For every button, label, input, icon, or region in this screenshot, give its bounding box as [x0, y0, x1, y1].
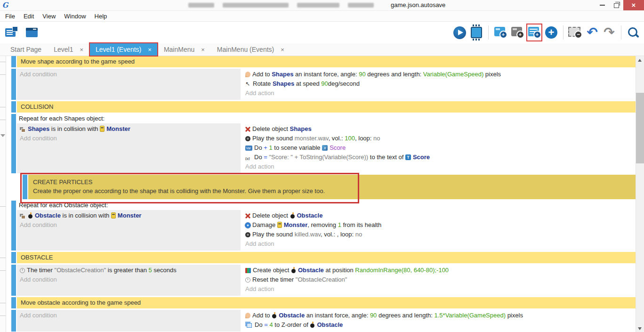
tab-start-page[interactable]: Start Page	[5, 43, 47, 56]
text-segment: Score	[330, 144, 346, 151]
comment-title: Move obstacle according to the game spee…	[21, 299, 632, 307]
event-body: The timer "ObstacleCreation" is greater …	[17, 265, 636, 296]
condition-line[interactable]: Shapes is in collision with Monster	[17, 124, 241, 134]
comment-content[interactable]: COLLISION	[17, 101, 636, 113]
add-more-button[interactable]	[544, 24, 558, 40]
text-segment: no	[355, 231, 362, 238]
tab-level1-events-[interactable]: Level1 (Events)	[90, 43, 157, 56]
menu-file[interactable]: File	[1, 11, 19, 21]
add-object-event-button[interactable]	[493, 24, 507, 40]
gutter-tick	[0, 120, 6, 120]
event-selection-bar	[11, 201, 16, 251]
add-condition-link[interactable]: Add condition	[17, 220, 241, 230]
minimize-button[interactable]	[595, 0, 609, 10]
add-subevent-button[interactable]	[510, 24, 524, 40]
conditions-cell: Shapes is in collision with MonsterAdd c…	[17, 123, 241, 173]
vertical-scrollbar	[636, 56, 644, 332]
text-segment: Variable(GameSpeed)	[423, 71, 483, 78]
text-segment: an instant force, angle:	[293, 71, 359, 78]
add-action-link[interactable]: Add action	[242, 162, 636, 171]
close-button[interactable]	[623, 0, 644, 10]
tab-label: Level1 (Events)	[96, 46, 141, 53]
action-line[interactable]: Play the sound monster.wav, vol.: 100, l…	[242, 134, 636, 143]
action-line[interactable]: Create object Obstacle at position Rando…	[242, 266, 636, 275]
add-action-link[interactable]: Add action	[242, 239, 636, 249]
gutter-tick	[0, 206, 6, 207]
collision-icon	[20, 127, 25, 132]
tab-mainmenu[interactable]: MainMenu	[158, 43, 210, 56]
close-tab-icon[interactable]	[281, 47, 284, 53]
scrollbar-thumb[interactable]	[636, 93, 644, 163]
action-line[interactable]: Add to Shapes an instant force, angle: 9…	[242, 70, 636, 79]
project-manager-icon	[5, 28, 16, 37]
tab-mainmenu-events-[interactable]: MainMenu (Events)	[211, 43, 290, 56]
close-tab-icon[interactable]	[148, 47, 152, 53]
redo-button[interactable]	[602, 24, 616, 40]
text-segment: 1	[269, 144, 272, 151]
text-segment: pixels	[506, 312, 523, 319]
action-line[interactable]: Rotate Shapes at speed 90deg/second	[242, 79, 636, 89]
comment-content[interactable]: OBSTACLE	[17, 252, 636, 263]
menu-edit[interactable]: Edit	[19, 11, 38, 21]
event-cells: Add conditionAdd to Shapes an instant fo…	[17, 69, 636, 100]
add-subevent-icon	[511, 27, 522, 36]
add-action-link[interactable]: Add action	[242, 89, 636, 98]
add-condition-link[interactable]: Add condition	[17, 134, 241, 143]
menu-window[interactable]: Window	[60, 11, 90, 21]
delete-event-button[interactable]	[568, 24, 582, 40]
preview-button[interactable]	[452, 24, 467, 40]
text-segment: Shapes	[272, 71, 293, 78]
create-icon	[245, 268, 251, 273]
text-object-icon	[405, 154, 411, 160]
main-toolbar	[0, 22, 644, 43]
timer-icon	[20, 268, 25, 273]
action-line[interactable]: Add to Obstacle an instant force, angle:…	[242, 311, 636, 320]
scroll-down-icon[interactable]	[638, 327, 642, 330]
close-tab-icon[interactable]	[201, 47, 205, 53]
toolbar-separator	[488, 25, 489, 40]
condition-line[interactable]: The timer "ObstacleCreation" is greater …	[17, 266, 241, 275]
text-segment: Obstacle	[317, 321, 343, 328]
delete-icon	[245, 127, 250, 132]
action-line[interactable]: Play the sound killed.wav, vol.: , loop:…	[242, 230, 636, 239]
text-segment: is in collision with	[61, 212, 111, 219]
action-line[interactable]: Do = "Score: " + ToString(Variable(Score…	[242, 153, 636, 162]
start-page-button[interactable]	[24, 24, 39, 40]
force-icon	[245, 313, 250, 318]
text-segment: an instant force, angle:	[305, 312, 370, 319]
tab-level1[interactable]: Level1	[48, 43, 89, 56]
add-action-link[interactable]: Add action	[242, 284, 636, 294]
action-line[interactable]: Delete object Obstacle	[242, 211, 636, 220]
gutter-tick	[0, 303, 6, 303]
condition-line[interactable]: Obstacle is in collision with Monster	[17, 211, 241, 220]
search-button[interactable]	[626, 24, 640, 40]
add-event-button[interactable]	[527, 24, 541, 40]
collapse-arrow-icon[interactable]	[0, 134, 5, 137]
text-segment: 1.5*Variable(GameSpeed)	[435, 312, 506, 319]
action-line[interactable]: Do = 4 to Z-order of Obstacle	[242, 320, 636, 330]
text-segment: Do	[254, 154, 264, 161]
close-tab-icon[interactable]	[80, 47, 83, 53]
text-segment: to scene variable	[273, 144, 322, 151]
comment-content[interactable]: Move shape according to the game speed	[17, 56, 636, 67]
event-body: Move shape according to the game speed	[17, 56, 636, 67]
comment-content[interactable]: Move obstacle according to the game spee…	[17, 297, 636, 308]
debugger-button[interactable]	[469, 24, 483, 40]
text-segment: 90	[359, 71, 365, 78]
action-line[interactable]: Damage Monster, removing 1 from its heal…	[242, 220, 636, 230]
undo-button[interactable]	[585, 24, 599, 40]
menu-view[interactable]: View	[38, 11, 60, 21]
project-manager-button[interactable]	[5, 24, 19, 40]
add-condition-link[interactable]: Add condition	[17, 70, 241, 79]
actions-cell: Add to Shapes an instant force, angle: 9…	[242, 69, 636, 100]
comment-content[interactable]: CREATE PARTICLESCreate the proper one ac…	[28, 175, 636, 199]
action-line[interactable]: Do + 1 to scene variable Score	[242, 143, 636, 153]
add-condition-link[interactable]: Add condition	[17, 311, 241, 320]
scroll-up-icon[interactable]	[638, 59, 642, 62]
restore-button[interactable]	[609, 0, 623, 10]
menu-help[interactable]: Help	[90, 11, 112, 21]
add-condition-link[interactable]: Add condition	[17, 275, 241, 284]
action-line[interactable]: Reset the timer "ObstacleCreation"	[242, 275, 636, 284]
action-line[interactable]: Delete object Shapes	[242, 124, 636, 134]
text-segment: 90	[370, 312, 377, 319]
